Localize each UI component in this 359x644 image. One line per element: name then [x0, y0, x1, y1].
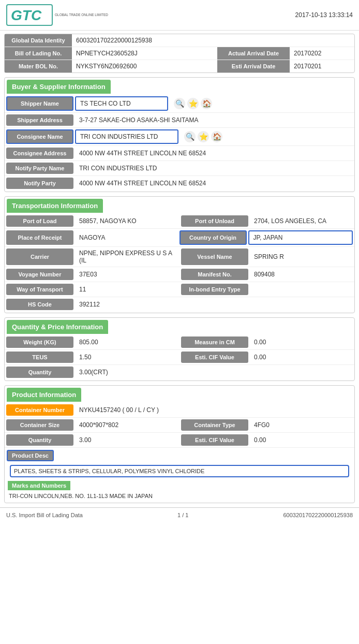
notify-party-label: Notify Party — [6, 178, 73, 189]
actual-arrival-pair: Actual Arrival Date 20170202 — [217, 47, 354, 60]
way-of-transport-value: 11 — [75, 282, 180, 297]
buyer-supplier-section: Buyer & Supplier Information Shipper Nam… — [4, 77, 355, 192]
carrier-value: NPNE, NIPPON EXPRESS U S A (IL — [75, 247, 180, 267]
place-of-receipt-value: NAGOYA — [75, 229, 178, 246]
consignee-icons: 🔍 ⭐ 🏠 — [180, 128, 227, 145]
vessel-name-label: Vessel Name — [181, 248, 248, 265]
container-number-row: Container Number NYKU4157240 ( 00 / L / … — [5, 403, 354, 418]
country-of-origin-value: JP, JAPAN — [248, 230, 353, 245]
shipper-name-row: Shipper Name TS TECH CO LTD 🔍 ⭐ 🏠 — [5, 95, 354, 113]
hs-code-row: HS Code 392112 — [5, 297, 354, 312]
prod-esti-cif-value: 0.00 — [250, 433, 354, 447]
consignee-name-value: TRI CON INDUSTRIES LTD — [75, 129, 178, 144]
transportation-title: Transportation Information — [7, 199, 103, 213]
quantity-row: Quantity 3.00(CRT) — [5, 365, 354, 379]
vessel-name-value: SPRING R — [250, 247, 354, 267]
home-icon[interactable]: 🏠 — [201, 98, 212, 109]
marks-value: TRI-CON LINCOLN,NEB. NO. 1L1-1L3 MADE IN… — [5, 491, 354, 501]
quantity-price-title: Quantity & Price Information — [7, 320, 108, 334]
product-info-section: Product Information Container Number NYK… — [4, 385, 355, 503]
search-icon-2[interactable]: 🔍 — [184, 131, 196, 142]
place-of-receipt-label: Place of Receipt — [6, 230, 73, 245]
measure-label: Measure in CM — [181, 336, 248, 348]
manifest-no-value: 809408 — [250, 267, 354, 282]
consignee-name-row: Consignee Name TRI CON INDUSTRIES LTD 🔍 … — [5, 128, 354, 146]
product-desc-label: Product Desc — [7, 450, 54, 461]
notify-party-row: Notify Party 4000 NW 44TH STREET LINCOLN… — [5, 176, 354, 191]
transport-inbond-row: Way of Transport 11 In-bond Entry Type — [5, 282, 354, 297]
shipper-name-label: Shipper Name — [6, 96, 73, 111]
notify-party-name-label: Notify Party Name — [6, 163, 73, 174]
esti-arrival-pair: Esti Arrival Date 20170201 — [217, 60, 354, 72]
prod-quantity-label: Quantity — [6, 434, 73, 446]
search-icon[interactable]: 🔍 — [174, 98, 185, 109]
weight-measure-row: Weight (KG) 805.00 Measure in CM 0.00 — [5, 335, 354, 350]
logo-icon: GTC — [6, 4, 53, 26]
consignee-name-label: Consignee Name — [6, 129, 73, 144]
buyer-supplier-title: Buyer & Supplier Information — [7, 80, 111, 94]
svg-text:GTC: GTC — [11, 7, 42, 23]
bol-row: Bill of Lading No. NPNETYCH2360528J Actu… — [5, 47, 354, 60]
esti-cif-value: 0.00 — [250, 350, 354, 364]
receipt-origin-row: Place of Receipt NAGOYA Country of Origi… — [5, 229, 354, 247]
hs-code-value: 392112 — [75, 297, 354, 312]
teus-cif-row: TEUS 1.50 Esti. CIF Value 0.00 — [5, 350, 354, 365]
actual-arrival-value: 20170202 — [290, 47, 354, 60]
container-number-label: Container Number — [6, 404, 73, 416]
voyage-number-label: Voyage Number — [6, 269, 73, 280]
in-bond-entry-label: In-bond Entry Type — [181, 284, 248, 295]
shipper-address-value: 3-7-27 SAKAE-CHO ASAKA-SHI SAITAMA — [75, 113, 354, 127]
actual-arrival-label: Actual Arrival Date — [217, 47, 290, 60]
consignee-address-value: 4000 NW 44TH STREET LINCOLN NE 68524 — [75, 146, 354, 160]
shipper-icons: 🔍 ⭐ 🏠 — [170, 95, 216, 112]
esti-arrival-label: Esti Arrival Date — [217, 60, 290, 72]
prod-quantity-value: 3.00 — [75, 433, 180, 447]
measure-value: 0.00 — [250, 335, 354, 349]
top-info-block: Global Data Identity 6003201702220000125… — [4, 34, 355, 73]
weight-value: 805.00 — [75, 335, 180, 349]
mater-bol-value: NYKSTY6NZ0692600 — [72, 60, 217, 72]
transportation-section: Transportation Information Port of Load … — [4, 196, 355, 313]
voyage-number-value: 37E03 — [75, 267, 180, 282]
port-of-unload-label: Port of Unload — [181, 215, 248, 227]
port-of-load-value: 58857, NAGOYA KO — [75, 214, 180, 228]
in-bond-entry-value — [250, 282, 354, 297]
bol-label: Bill of Lading No. — [5, 47, 72, 60]
logo-subtitle: GLOBAL TRADE ONLINE LIMITED — [55, 12, 108, 17]
product-desc-wrapper: Product Desc PLATES, SHEETS & STRIPS, CE… — [5, 448, 354, 477]
page-header: GTC GLOBAL TRADE ONLINE LIMITED 2017-10-… — [0, 0, 359, 31]
marks-label: Marks and Numbers — [8, 481, 70, 490]
weight-label: Weight (KG) — [6, 336, 73, 348]
global-data-row: Global Data Identity 6003201702220000125… — [5, 34, 354, 47]
quantity-price-section: Quantity & Price Information Weight (KG)… — [4, 317, 355, 381]
shipper-address-row: Shipper Address 3-7-27 SAKAE-CHO ASAKA-S… — [5, 113, 354, 128]
esti-cif-label: Esti. CIF Value — [181, 352, 248, 363]
star-icon[interactable]: ⭐ — [187, 98, 199, 109]
voyage-manifest-row: Voyage Number 37E03 Manifest No. 809408 — [5, 267, 354, 282]
mater-bol-label: Mater BOL No. — [5, 60, 72, 72]
prod-esti-cif-label: Esti. CIF Value — [181, 434, 248, 446]
prod-quantity-cif-row: Quantity 3.00 Esti. CIF Value 0.00 — [5, 433, 354, 448]
hs-code-label: HS Code — [6, 299, 73, 310]
footer-right: 6003201702220000125938 — [283, 512, 353, 518]
mater-bol-row: Mater BOL No. NYKSTY6NZ0692600 Esti Arri… — [5, 60, 354, 72]
footer-left: U.S. Import Bill of Lading Data — [6, 512, 83, 518]
home-icon-2[interactable]: 🏠 — [211, 131, 222, 142]
logo-area: GTC GLOBAL TRADE ONLINE LIMITED — [6, 4, 108, 26]
product-info-title: Product Information — [7, 388, 81, 402]
container-type-label: Container Type — [181, 419, 248, 431]
teus-label: TEUS — [6, 352, 73, 363]
global-data-value: 6003201702220000125938 — [72, 34, 354, 47]
way-of-transport-label: Way of Transport — [6, 284, 73, 295]
bol-value: NPNETYCH2360528J — [72, 47, 217, 60]
datetime-display: 2017-10-13 13:33:14 — [295, 11, 353, 19]
product-desc-value: PLATES, SHEETS & STRIPS, CELLULAR, POLYM… — [10, 465, 349, 477]
carrier-vessel-row: Carrier NPNE, NIPPON EXPRESS U S A (IL V… — [5, 247, 354, 267]
carrier-label: Carrier — [6, 248, 73, 265]
quantity-value: 3.00(CRT) — [75, 365, 354, 379]
shipper-name-value: TS TECH CO LTD — [75, 96, 168, 111]
footer-center: 1 / 1 — [177, 512, 188, 518]
teus-value: 1.50 — [75, 350, 180, 364]
star-icon-2[interactable]: ⭐ — [198, 131, 209, 142]
notify-party-name-value: TRI CON INDUSTRIES LTD — [75, 161, 354, 175]
